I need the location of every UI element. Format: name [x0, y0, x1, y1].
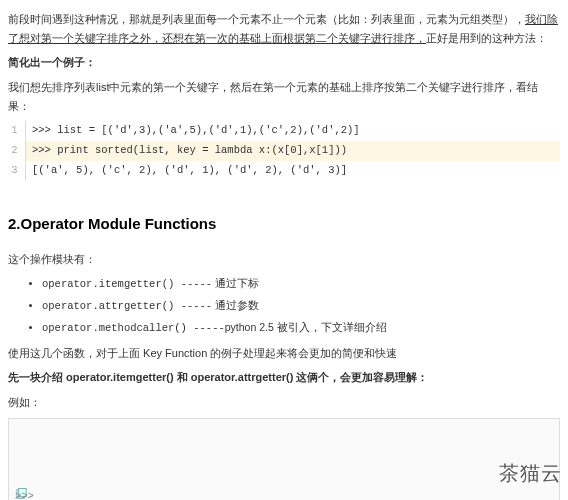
code-line-2: >>> print sorted(list, key = lambda x:(x… — [26, 141, 560, 161]
section2-p3: 先一块介绍 operator.itemgetter() 和 operator.a… — [8, 368, 560, 387]
code-block-1: 1 >>> list = [('d',3),('a',5),('d',1),('… — [8, 121, 560, 181]
intro-example-heading: 简化出一个例子： — [8, 53, 560, 72]
op-dash: ----- — [187, 322, 225, 334]
line-number: 3 — [8, 161, 26, 181]
op-code: operator.attrgetter() — [42, 300, 174, 312]
op-code: operator.itemgetter() — [42, 278, 174, 290]
line-number: 2 — [8, 141, 26, 161]
op-dash: ----- — [174, 300, 212, 312]
code-line-3: [('a', 5), ('c', 2), ('d', 1), ('d', 2),… — [26, 161, 560, 181]
list-item: operator.attrgetter() ----- 通过参数 — [42, 297, 560, 316]
list-item: operator.methodcaller() -----python 2.5 … — [42, 319, 560, 338]
list-item: operator.itemgetter() ----- 通过下标 — [42, 275, 560, 294]
op-dash: ----- — [174, 278, 212, 290]
intro-paragraph-1: 前段时间遇到这种情况，那就是列表里面每一个元素不止一个元素（比如：列表里面，元素… — [8, 10, 560, 47]
copy-icon[interactable] — [15, 455, 28, 468]
operator-list: operator.itemgetter() ----- 通过下标 operato… — [8, 275, 560, 338]
op-note: python 2.5 被引入，下文详细介绍 — [225, 321, 387, 333]
section2-p4: 例如： — [8, 393, 560, 412]
intro-1a: 前段时间遇到这种情况，那就是列表里面每一个元素不止一个元素（比如：列表里面，元素… — [8, 13, 525, 25]
op-code: operator.methodcaller() — [42, 322, 187, 334]
code-line-1: >>> list = [('d',3),('a',5),('d',1),('c'… — [26, 121, 560, 141]
op-note: 通过下标 — [212, 277, 259, 289]
article-body: 前段时间遇到这种情况，那就是列表里面每一个元素不止一个元素（比如：列表里面，元素… — [0, 0, 568, 500]
section2-p1: 这个操作模块有： — [8, 250, 560, 269]
section-2-heading: 2.Operator Module Functions — [8, 211, 560, 237]
intro-paragraph-3: 我们想先排序列表list中元素的第一个关键字，然后在第一个元素的基础上排序按第二… — [8, 78, 560, 115]
line-number: 1 — [8, 121, 26, 141]
code-block-2: >>> >>> from operator import itemgetter,… — [8, 418, 560, 500]
shell-prompt: >>> — [15, 490, 34, 500]
op-note: 通过参数 — [212, 299, 259, 311]
section2-p2: 使用这几个函数，对于上面 Key Function 的例子处理起来将会更加的简便… — [8, 344, 560, 363]
intro-1c: 正好是用到的这种方法： — [426, 32, 547, 44]
